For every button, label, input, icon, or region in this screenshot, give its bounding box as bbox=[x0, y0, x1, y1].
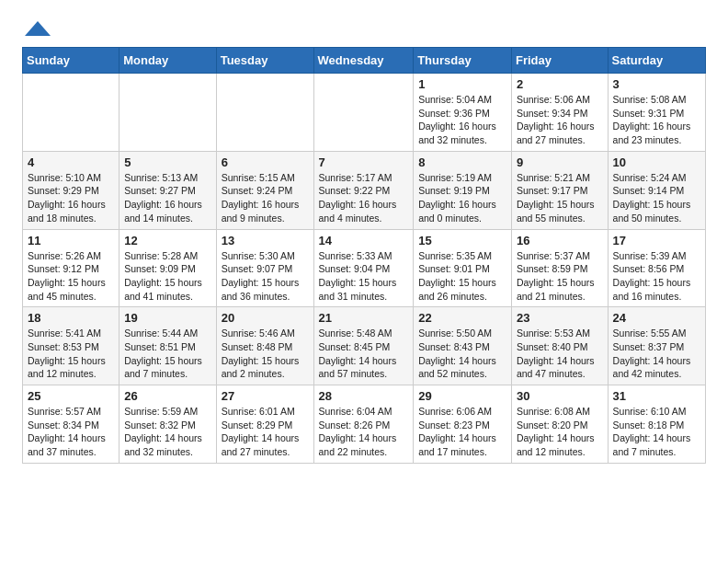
calendar-cell bbox=[23, 74, 119, 152]
calendar-cell: 30Sunrise: 6:08 AM Sunset: 8:20 PM Dayli… bbox=[511, 385, 608, 464]
calendar-week-1: 1Sunrise: 5:04 AM Sunset: 9:36 PM Daylig… bbox=[23, 74, 706, 152]
calendar-cell: 7Sunrise: 5:17 AM Sunset: 9:22 PM Daylig… bbox=[313, 151, 414, 229]
day-number: 24 bbox=[613, 311, 700, 325]
calendar-cell: 16Sunrise: 5:37 AM Sunset: 8:59 PM Dayli… bbox=[511, 229, 608, 307]
day-info: Sunrise: 5:17 AM Sunset: 9:22 PM Dayligh… bbox=[319, 172, 397, 224]
day-number: 26 bbox=[124, 389, 210, 403]
day-info: Sunrise: 5:35 AM Sunset: 9:01 PM Dayligh… bbox=[418, 250, 496, 302]
calendar-week-2: 4Sunrise: 5:10 AM Sunset: 9:29 PM Daylig… bbox=[23, 151, 706, 229]
day-info: Sunrise: 5:28 AM Sunset: 9:09 PM Dayligh… bbox=[124, 250, 202, 302]
col-header-sunday: Sunday bbox=[23, 48, 119, 74]
day-info: Sunrise: 5:24 AM Sunset: 9:14 PM Dayligh… bbox=[613, 172, 691, 224]
day-number: 19 bbox=[124, 311, 210, 325]
day-number: 2 bbox=[517, 77, 603, 91]
calendar-cell: 19Sunrise: 5:44 AM Sunset: 8:51 PM Dayli… bbox=[119, 307, 216, 385]
day-info: Sunrise: 5:04 AM Sunset: 9:36 PM Dayligh… bbox=[418, 94, 496, 145]
calendar-cell: 5Sunrise: 5:13 AM Sunset: 9:27 PM Daylig… bbox=[119, 151, 216, 229]
day-info: Sunrise: 5:13 AM Sunset: 9:27 PM Dayligh… bbox=[124, 172, 202, 224]
day-number: 21 bbox=[319, 311, 409, 325]
day-info: Sunrise: 5:41 AM Sunset: 8:53 PM Dayligh… bbox=[28, 327, 106, 379]
day-info: Sunrise: 5:26 AM Sunset: 9:12 PM Dayligh… bbox=[28, 250, 106, 302]
day-info: Sunrise: 5:21 AM Sunset: 9:17 PM Dayligh… bbox=[517, 172, 595, 224]
day-number: 15 bbox=[418, 234, 506, 247]
col-header-saturday: Saturday bbox=[608, 48, 705, 74]
calendar-cell: 2Sunrise: 5:06 AM Sunset: 9:34 PM Daylig… bbox=[511, 74, 608, 152]
day-info: Sunrise: 5:44 AM Sunset: 8:51 PM Dayligh… bbox=[124, 327, 202, 379]
day-number: 17 bbox=[613, 234, 700, 247]
day-number: 8 bbox=[418, 155, 506, 169]
calendar-cell: 3Sunrise: 5:08 AM Sunset: 9:31 PM Daylig… bbox=[608, 74, 705, 152]
calendar-cell: 11Sunrise: 5:26 AM Sunset: 9:12 PM Dayli… bbox=[23, 229, 119, 307]
calendar-table: SundayMondayTuesdayWednesdayThursdayFrid… bbox=[22, 47, 706, 464]
day-number: 10 bbox=[613, 155, 700, 169]
day-number: 22 bbox=[418, 311, 506, 325]
header bbox=[22, 18, 706, 36]
header-row: SundayMondayTuesdayWednesdayThursdayFrid… bbox=[23, 48, 706, 74]
calendar-cell: 17Sunrise: 5:39 AM Sunset: 8:56 PM Dayli… bbox=[608, 229, 705, 307]
day-number: 1 bbox=[418, 77, 506, 91]
calendar-cell: 20Sunrise: 5:46 AM Sunset: 8:48 PM Dayli… bbox=[216, 307, 313, 385]
day-number: 6 bbox=[222, 155, 309, 169]
day-number: 3 bbox=[613, 77, 700, 91]
day-number: 27 bbox=[222, 389, 309, 403]
calendar-cell: 18Sunrise: 5:41 AM Sunset: 8:53 PM Dayli… bbox=[23, 307, 119, 385]
day-info: Sunrise: 6:06 AM Sunset: 8:23 PM Dayligh… bbox=[418, 406, 496, 457]
calendar-cell: 23Sunrise: 5:53 AM Sunset: 8:40 PM Dayli… bbox=[511, 307, 608, 385]
day-info: Sunrise: 5:55 AM Sunset: 8:37 PM Dayligh… bbox=[613, 327, 691, 379]
day-info: Sunrise: 5:39 AM Sunset: 8:56 PM Dayligh… bbox=[613, 250, 691, 302]
day-number: 28 bbox=[319, 389, 409, 403]
calendar-cell bbox=[119, 74, 216, 152]
day-number: 18 bbox=[28, 311, 114, 325]
calendar-cell: 28Sunrise: 6:04 AM Sunset: 8:26 PM Dayli… bbox=[313, 385, 414, 464]
calendar-cell: 6Sunrise: 5:15 AM Sunset: 9:24 PM Daylig… bbox=[216, 151, 313, 229]
day-number: 14 bbox=[319, 234, 409, 247]
calendar-page: SundayMondayTuesdayWednesdayThursdayFrid… bbox=[0, 0, 728, 478]
day-number: 7 bbox=[319, 155, 409, 169]
calendar-week-5: 25Sunrise: 5:57 AM Sunset: 8:34 PM Dayli… bbox=[23, 385, 706, 464]
day-number: 25 bbox=[28, 389, 114, 403]
day-info: Sunrise: 5:48 AM Sunset: 8:45 PM Dayligh… bbox=[319, 327, 397, 379]
day-number: 12 bbox=[124, 234, 210, 247]
calendar-cell: 14Sunrise: 5:33 AM Sunset: 9:04 PM Dayli… bbox=[313, 229, 414, 307]
day-info: Sunrise: 5:59 AM Sunset: 8:32 PM Dayligh… bbox=[124, 406, 202, 457]
day-info: Sunrise: 5:33 AM Sunset: 9:04 PM Dayligh… bbox=[319, 250, 397, 302]
col-header-tuesday: Tuesday bbox=[216, 48, 313, 74]
svg-marker-0 bbox=[25, 21, 51, 36]
calendar-cell: 29Sunrise: 6:06 AM Sunset: 8:23 PM Dayli… bbox=[414, 385, 512, 464]
calendar-cell: 26Sunrise: 5:59 AM Sunset: 8:32 PM Dayli… bbox=[119, 385, 216, 464]
logo bbox=[22, 18, 51, 36]
calendar-cell: 15Sunrise: 5:35 AM Sunset: 9:01 PM Dayli… bbox=[414, 229, 512, 307]
calendar-cell: 22Sunrise: 5:50 AM Sunset: 8:43 PM Dayli… bbox=[414, 307, 512, 385]
col-header-wednesday: Wednesday bbox=[313, 48, 414, 74]
day-info: Sunrise: 5:37 AM Sunset: 8:59 PM Dayligh… bbox=[517, 250, 595, 302]
day-number: 30 bbox=[517, 389, 603, 403]
day-info: Sunrise: 6:01 AM Sunset: 8:29 PM Dayligh… bbox=[222, 406, 300, 457]
day-number: 5 bbox=[124, 155, 210, 169]
day-number: 16 bbox=[517, 234, 603, 247]
logo-icon bbox=[24, 19, 51, 40]
day-info: Sunrise: 5:50 AM Sunset: 8:43 PM Dayligh… bbox=[418, 327, 496, 379]
day-info: Sunrise: 5:57 AM Sunset: 8:34 PM Dayligh… bbox=[28, 406, 106, 457]
calendar-cell: 24Sunrise: 5:55 AM Sunset: 8:37 PM Dayli… bbox=[608, 307, 705, 385]
calendar-cell: 9Sunrise: 5:21 AM Sunset: 9:17 PM Daylig… bbox=[511, 151, 608, 229]
day-info: Sunrise: 5:30 AM Sunset: 9:07 PM Dayligh… bbox=[222, 250, 300, 302]
calendar-week-3: 11Sunrise: 5:26 AM Sunset: 9:12 PM Dayli… bbox=[23, 229, 706, 307]
day-number: 11 bbox=[28, 234, 114, 247]
calendar-week-4: 18Sunrise: 5:41 AM Sunset: 8:53 PM Dayli… bbox=[23, 307, 706, 385]
day-info: Sunrise: 5:06 AM Sunset: 9:34 PM Dayligh… bbox=[517, 94, 595, 145]
day-info: Sunrise: 5:19 AM Sunset: 9:19 PM Dayligh… bbox=[418, 172, 496, 224]
calendar-cell: 21Sunrise: 5:48 AM Sunset: 8:45 PM Dayli… bbox=[313, 307, 414, 385]
day-info: Sunrise: 6:08 AM Sunset: 8:20 PM Dayligh… bbox=[517, 406, 595, 457]
calendar-cell: 10Sunrise: 5:24 AM Sunset: 9:14 PM Dayli… bbox=[608, 151, 705, 229]
col-header-monday: Monday bbox=[119, 48, 216, 74]
day-number: 4 bbox=[28, 155, 114, 169]
col-header-friday: Friday bbox=[511, 48, 608, 74]
calendar-cell: 25Sunrise: 5:57 AM Sunset: 8:34 PM Dayli… bbox=[23, 385, 119, 464]
day-info: Sunrise: 5:53 AM Sunset: 8:40 PM Dayligh… bbox=[517, 327, 595, 379]
calendar-cell: 31Sunrise: 6:10 AM Sunset: 8:18 PM Dayli… bbox=[608, 385, 705, 464]
day-info: Sunrise: 5:15 AM Sunset: 9:24 PM Dayligh… bbox=[222, 172, 300, 224]
day-info: Sunrise: 5:46 AM Sunset: 8:48 PM Dayligh… bbox=[222, 327, 300, 379]
calendar-cell: 1Sunrise: 5:04 AM Sunset: 9:36 PM Daylig… bbox=[414, 74, 512, 152]
calendar-cell: 13Sunrise: 5:30 AM Sunset: 9:07 PM Dayli… bbox=[216, 229, 313, 307]
calendar-cell: 27Sunrise: 6:01 AM Sunset: 8:29 PM Dayli… bbox=[216, 385, 313, 464]
